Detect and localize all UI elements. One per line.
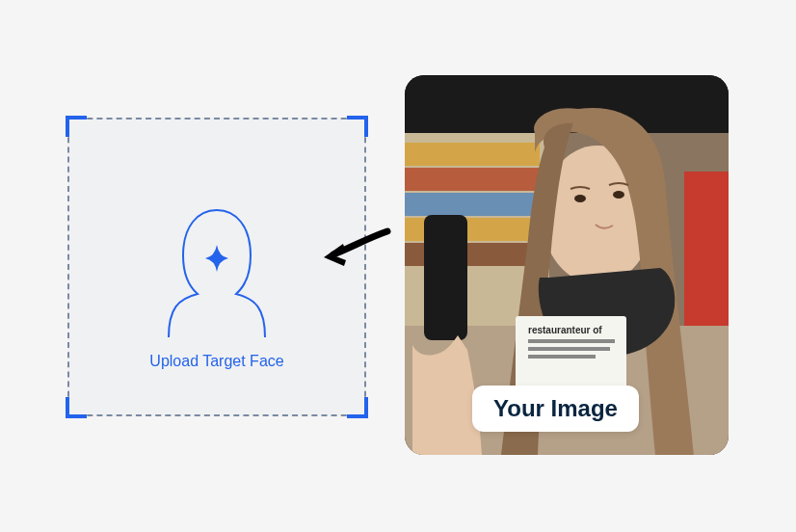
- svg-rect-19: [424, 215, 467, 340]
- svg-rect-17: [528, 347, 610, 351]
- arrow-icon: [314, 226, 393, 274]
- svg-point-12: [574, 195, 586, 202]
- frame-corner-tl: [66, 116, 87, 137]
- upload-label: Upload Target Face: [149, 353, 283, 370]
- plus-sparkle-icon: [201, 243, 232, 274]
- your-image-badge: Your Image: [472, 386, 639, 432]
- svg-point-13: [613, 191, 624, 199]
- svg-text:restauranteur of: restauranteur of: [528, 325, 602, 335]
- frame-corner-bl: [66, 397, 87, 418]
- svg-rect-18: [528, 355, 596, 359]
- svg-rect-5: [405, 193, 540, 216]
- svg-rect-3: [405, 143, 540, 166]
- frame-corner-tr: [347, 116, 368, 137]
- svg-rect-9: [684, 172, 729, 345]
- your-image-badge-text: Your Image: [493, 395, 618, 421]
- svg-rect-16: [528, 339, 615, 343]
- person-silhouette-icon: [130, 173, 304, 347]
- svg-rect-4: [405, 168, 540, 191]
- frame-corner-br: [347, 397, 368, 418]
